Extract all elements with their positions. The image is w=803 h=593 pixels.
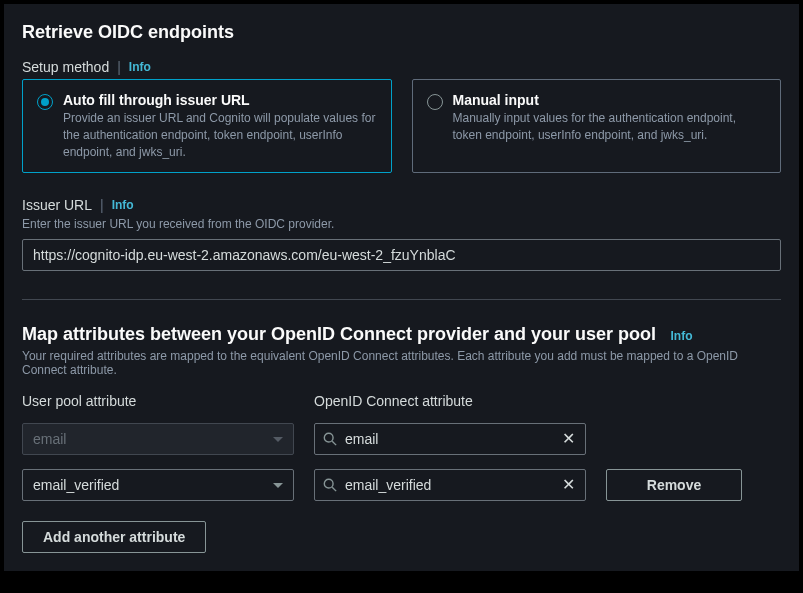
radio-auto-fill-title: Auto fill through issuer URL xyxy=(63,92,377,108)
map-helper: Your required attributes are mapped to t… xyxy=(22,349,781,377)
radio-manual-desc: Manually input values for the authentica… xyxy=(453,110,767,144)
search-icon xyxy=(323,478,337,492)
pool-attr-value: email xyxy=(33,431,66,447)
svg-line-1 xyxy=(332,442,336,446)
chevron-down-icon xyxy=(273,437,283,442)
pool-attr-select-email-verified[interactable]: email_verified xyxy=(22,469,294,501)
clear-icon[interactable]: ✕ xyxy=(560,431,577,447)
issuer-info-link[interactable]: Info xyxy=(112,198,134,212)
pool-attr-header: User pool attribute xyxy=(22,393,294,409)
map-info-link[interactable]: Info xyxy=(671,329,693,343)
chevron-down-icon xyxy=(273,483,283,488)
map-attributes-title: Map attributes between your OpenID Conne… xyxy=(22,324,656,344)
radio-icon xyxy=(427,94,443,110)
section-title-retrieve: Retrieve OIDC endpoints xyxy=(22,22,781,43)
setup-method-label-row: Setup method | Info xyxy=(22,59,781,75)
issuer-url-input[interactable] xyxy=(22,239,781,271)
radio-manual-title: Manual input xyxy=(453,92,767,108)
issuer-helper: Enter the issuer URL you received from t… xyxy=(22,217,781,231)
radio-icon xyxy=(37,94,53,110)
issuer-label: Issuer URL xyxy=(22,197,92,213)
oidc-attr-header: OpenID Connect attribute xyxy=(314,393,586,409)
attribute-row: email email ✕ xyxy=(22,423,781,455)
clear-icon[interactable]: ✕ xyxy=(560,477,577,493)
svg-point-2 xyxy=(324,480,333,489)
oidc-attr-input-email-verified[interactable]: email_verified ✕ xyxy=(314,469,586,501)
issuer-label-row: Issuer URL | Info xyxy=(22,197,781,213)
divider xyxy=(22,299,781,300)
remove-button[interactable]: Remove xyxy=(606,469,742,501)
svg-point-0 xyxy=(324,434,333,443)
oidc-attr-value: email_verified xyxy=(345,477,552,493)
radio-auto-fill-desc: Provide an issuer URL and Cognito will p… xyxy=(63,110,377,160)
search-icon xyxy=(323,432,337,446)
separator: | xyxy=(117,59,121,75)
svg-line-3 xyxy=(332,488,336,492)
pool-attr-value: email_verified xyxy=(33,477,119,493)
radio-auto-fill[interactable]: Auto fill through issuer URL Provide an … xyxy=(22,79,392,173)
attribute-row: email_verified email_verified ✕ Remove xyxy=(22,469,781,501)
oidc-attr-input-email[interactable]: email ✕ xyxy=(314,423,586,455)
setup-method-info-link[interactable]: Info xyxy=(129,60,151,74)
pool-attr-select-email: email xyxy=(22,423,294,455)
separator: | xyxy=(100,197,104,213)
radio-manual-input[interactable]: Manual input Manually input values for t… xyxy=(412,79,782,173)
oidc-attr-value: email xyxy=(345,431,552,447)
setup-method-label: Setup method xyxy=(22,59,109,75)
add-attribute-button[interactable]: Add another attribute xyxy=(22,521,206,553)
